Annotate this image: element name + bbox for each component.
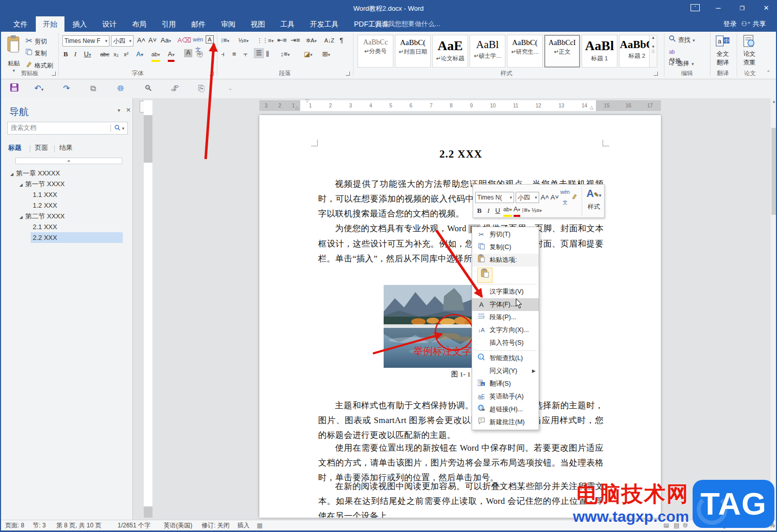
search-dropdown-icon[interactable]: ▾ — [122, 126, 124, 131]
scrollbar-thumb[interactable] — [771, 128, 777, 215]
menu-item-text-direction[interactable]: ↓A文字方向(X)... — [472, 324, 539, 337]
menu-item-smart-lookup[interactable]: i智能查找(L) — [472, 352, 539, 365]
align-center-button[interactable]: ≡ — [232, 49, 236, 59]
nav-heading-1-2[interactable]: 1.2 XXX — [1, 200, 133, 211]
tab-mailings[interactable]: 邮件 — [184, 16, 213, 32]
mini-italic-button[interactable]: I — [485, 206, 492, 216]
mini-numbering-button[interactable]: ⅓≡▾ — [531, 205, 542, 216]
text-effects-button[interactable]: A▾ — [136, 49, 143, 60]
tab-insert[interactable]: 插入 — [65, 16, 94, 32]
maximize-button[interactable]: ❐ — [734, 3, 751, 13]
highlight-button[interactable]: ab▾ — [151, 49, 160, 62]
find-button[interactable]: 查找 ▾ — [669, 35, 695, 45]
paste-link-icon[interactable]: ⎘ — [195, 83, 208, 94]
status-section[interactable]: 节: 3 — [33, 520, 46, 530]
numbering-button[interactable]: ⅓≡▾ — [238, 35, 249, 46]
style-item[interactable]: AaBl标题 1 — [582, 35, 617, 68]
strikethrough-button[interactable]: abc — [100, 49, 109, 59]
paste-option-keep-source[interactable] — [477, 268, 493, 283]
tab-developer[interactable]: 开发工具 — [303, 16, 346, 32]
nav-pane-menu-icon[interactable]: ▾ — [118, 107, 120, 113]
change-case-button[interactable]: Aa▾ — [161, 35, 171, 46]
collapse-triangle-icon[interactable]: ◢ — [19, 183, 23, 187]
macro-record-icon[interactable]: ▦ — [257, 520, 262, 530]
tab-references[interactable]: 引用 — [154, 16, 183, 32]
font-color-button[interactable]: A▾ — [168, 49, 174, 62]
nav-tab-pages[interactable]: 页面 — [35, 143, 48, 152]
bullets-button[interactable]: ⁝≡▾ — [221, 35, 229, 46]
close-button[interactable]: ✕ — [758, 3, 775, 13]
enclose-characters-button[interactable]: ㊥ — [196, 49, 203, 59]
multilevel-list-button[interactable]: ⋮⋮≡▾ — [257, 35, 274, 46]
align-right-button[interactable]: ⫟ — [243, 49, 248, 59]
menu-item-translate[interactable]: 字a翻译(S) — [472, 378, 539, 390]
collapse-triangle-icon[interactable]: ◢ — [10, 172, 13, 176]
menu-item-hyperlink[interactable]: 超链接(H)... — [472, 403, 539, 416]
collapse-triangle-icon[interactable]: ◢ — [19, 215, 23, 219]
shading-button[interactable]: ◪▾ — [304, 49, 313, 60]
jump-to-top-bar[interactable]: ⏶ — [15, 158, 122, 164]
character-shading-button[interactable]: A — [184, 49, 192, 57]
scroll-up-icon[interactable]: ▲ — [770, 98, 777, 105]
cut-button[interactable]: ✂ 剪切 — [26, 36, 47, 46]
bold-button[interactable]: B — [63, 49, 68, 59]
clear-formatting-icon[interactable]: A⌫ — [177, 35, 191, 46]
mini-bullets-button[interactable]: ⁝≡▾ — [522, 205, 530, 216]
menu-item-english-assistant[interactable]: a͟E英语助手(A) — [472, 390, 539, 403]
shrink-font-button[interactable]: A˅ — [148, 35, 157, 46]
full-translate-button[interactable]: a中 全文翻译 — [711, 35, 735, 67]
mini-bold-button[interactable]: B — [475, 206, 483, 216]
clipboard-dialog-launcher[interactable] — [52, 72, 56, 76]
subscript-button[interactable]: x₂ — [114, 49, 119, 59]
paragraph-dialog-launcher[interactable] — [346, 72, 350, 76]
mini-font-color-button[interactable]: A▾ — [514, 204, 520, 217]
tab-tools[interactable]: 工具 — [273, 16, 302, 32]
tab-home[interactable]: 开始 — [36, 16, 64, 32]
style-item[interactable]: AaBbCc↵分类号 — [358, 35, 393, 68]
tellme-box[interactable]: 💡︎ 告诉我您想要做什么... — [368, 16, 440, 32]
menu-item-insert-symbol[interactable]: 插入符号(S) — [472, 337, 539, 349]
status-page-count[interactable]: 第 8 页, 共 10 页 — [56, 520, 101, 530]
font-dialog-launcher[interactable] — [210, 72, 214, 76]
nav-tab-results[interactable]: 结果 — [59, 143, 73, 152]
mini-underline-button[interactable]: U — [494, 206, 502, 216]
attachment-icon[interactable]: 🖇︎ — [169, 83, 181, 94]
menu-item-paragraph[interactable]: 段落(P)... — [472, 311, 539, 324]
collapse-ribbon-icon[interactable]: ⌃ — [766, 70, 770, 75]
character-border-button[interactable]: A — [206, 35, 214, 43]
web-link-icon[interactable]: 🌐︎ — [115, 83, 127, 94]
save-button[interactable] — [8, 83, 20, 94]
borders-button[interactable]: ⊞▾ — [322, 49, 330, 60]
menu-item-synonyms[interactable]: 同义词(Y)▶ — [472, 365, 539, 378]
menu-item-hanzi-reconvert[interactable]: 汉字重选(V) — [472, 285, 539, 298]
tab-design[interactable]: 设计 — [95, 16, 124, 32]
line-spacing-button[interactable]: ↕≡▾ — [280, 49, 290, 60]
hanging-indent-marker[interactable]: △ — [295, 105, 299, 110]
mini-size-combo[interactable]: 小四 ▾ — [516, 192, 539, 203]
first-line-indent-marker[interactable]: ▽ — [305, 98, 309, 103]
minimize-button[interactable]: ─ — [709, 3, 727, 13]
status-word-count[interactable]: 1/2651 个字 — [118, 520, 150, 530]
print-preview-icon[interactable]: 🔍︎ — [142, 83, 154, 94]
decrease-indent-button[interactable]: ⇤≡ — [277, 35, 286, 46]
mini-phonetic-button[interactable]: wén文 — [561, 187, 570, 208]
nav-heading-chapter1[interactable]: ◢第一章 XXXXX — [1, 168, 133, 179]
undo-button[interactable]: ↶▾ — [33, 83, 45, 94]
styles-dialog-launcher[interactable] — [654, 72, 658, 76]
distribute-button[interactable]: ⫼ — [266, 49, 269, 59]
mini-shrink-font-button[interactable]: A˅ — [550, 192, 559, 203]
underline-button[interactable]: U▾ — [84, 49, 91, 60]
style-item[interactable]: AaBl↵硕士学... — [470, 35, 505, 68]
search-input[interactable]: 搜索文档 │ ▾ — [7, 122, 128, 135]
tab-layout[interactable]: 布局 — [125, 16, 153, 32]
sign-in-button[interactable]: 登录 — [723, 16, 737, 32]
font-name-combo[interactable]: Times New F ▾ — [62, 35, 109, 47]
menu-item-copy[interactable]: 复制(C) — [472, 241, 539, 254]
style-item[interactable]: AaE↵论文标题 — [432, 35, 468, 68]
document-page[interactable]: 2.2 XXX 视频提供了功能强大的方法帮助您证明您的观点。当您单击联机视频时，… — [259, 115, 661, 518]
style-item[interactable]: AaBbC(↵研究生... — [507, 35, 543, 68]
tab-file[interactable]: 文件 — [6, 16, 35, 32]
mini-highlight-button[interactable]: ab▾ — [503, 204, 512, 217]
status-insert-mode[interactable]: 插入 — [237, 520, 250, 530]
asian-layout-button[interactable]: ✲A▾ — [306, 35, 317, 46]
